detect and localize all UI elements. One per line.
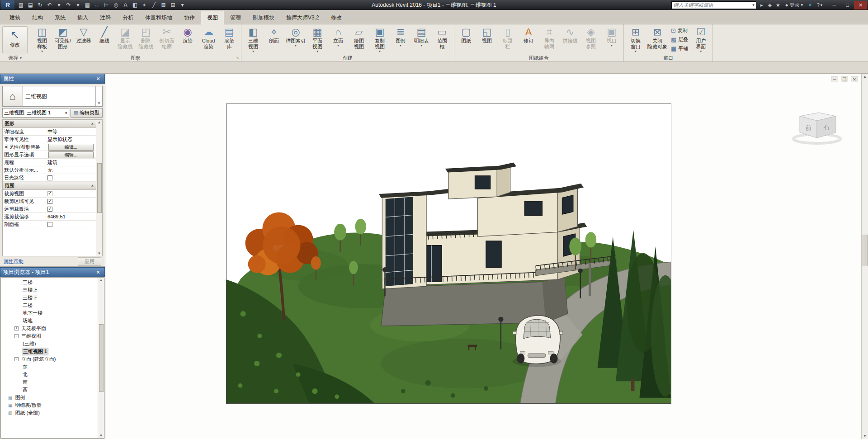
help-button[interactable]: ? ▾	[816, 1, 824, 9]
ribbon-tab[interactable]: 插入	[71, 11, 94, 24]
edit-type-button[interactable]: ▦ 编辑类型	[71, 108, 103, 118]
ribbon-button[interactable]: ▦ 平面 视图	[307, 25, 328, 54]
ribbon-tab[interactable]: 协作	[178, 11, 201, 24]
viewcube[interactable]: 前 右	[789, 109, 848, 147]
ribbon-button[interactable]: ◉ 渲染	[177, 25, 198, 54]
ribbon-button[interactable]: ∿ 拼接线	[560, 25, 580, 54]
ribbon-small-button[interactable]: ▦ 平铺	[669, 44, 690, 53]
ribbon-button[interactable]: ◱ 视图	[476, 25, 497, 54]
property-value[interactable]: 无 无	[46, 167, 96, 174]
exchange-apps-button[interactable]: ✕	[806, 1, 814, 9]
ribbon-button[interactable]: ▯ 标题 栏	[497, 25, 518, 54]
ribbon-button[interactable]: ▽ 过滤器	[73, 25, 94, 54]
ribbon-button[interactable]: ⊞ 切换 窗口	[625, 25, 646, 54]
property-edit-button[interactable]: 编辑...	[48, 151, 94, 158]
ribbon-button[interactable]: ▣ 视口	[601, 25, 622, 54]
ribbon-button[interactable]: ◰ 删除 隐藏线	[136, 25, 156, 54]
sign-in-button[interactable]: ● 登录 ▾	[783, 2, 805, 9]
tree-item[interactable]: 二楼	[1, 302, 98, 309]
qat-button[interactable]: ╱	[149, 1, 159, 9]
property-value[interactable]: 编辑... 编辑...	[46, 143, 96, 151]
ribbon-tab[interactable]: 结构	[26, 11, 49, 24]
ribbon-button[interactable]: ◪ 显示 隐藏线	[115, 25, 136, 54]
ribbon-tab[interactable]: 系统	[49, 11, 71, 24]
properties-header[interactable]: 属性 ✕	[0, 74, 105, 84]
property-value[interactable]: 中等 中等	[46, 128, 96, 135]
tree-item[interactable]: 三楼上	[1, 286, 98, 294]
ribbon-button[interactable]: ▤ 明细表	[411, 25, 432, 54]
ribbon-button[interactable]: ⌖ 剖面	[264, 25, 284, 54]
ribbon-tab[interactable]: 建筑	[4, 11, 26, 24]
search-caret-icon[interactable]: ▾	[752, 3, 756, 7]
ribbon-button[interactable]: ◎ 详图索引	[284, 25, 307, 54]
qat-button[interactable]: ↔	[92, 1, 102, 9]
tree-item[interactable]: - 三维视图	[1, 332, 98, 340]
ribbon-button[interactable]: ▱ 绘图 视图	[349, 25, 369, 54]
qat-button[interactable]: ▨	[16, 1, 26, 9]
tree-item[interactable]: 场地	[1, 317, 98, 325]
qat-button[interactable]: A	[121, 1, 130, 9]
revit-app-button[interactable]: R	[1, 0, 14, 9]
property-value[interactable]	[46, 222, 96, 227]
ribbon-small-button[interactable]: ▩ 层叠	[669, 35, 690, 44]
property-checkbox[interactable]	[47, 207, 52, 212]
qat-button[interactable]: ⬓	[26, 1, 35, 9]
tree-item[interactable]: 南	[1, 378, 98, 386]
ribbon-button[interactable]: ◈ 视图 参照	[580, 25, 601, 54]
instance-selector-combo[interactable]: 三维视图: 三维视图 1 ▾	[2, 108, 69, 118]
ribbon-button[interactable]: ╱ 细线	[94, 25, 115, 54]
property-group-header[interactable]: 范围 ∧	[3, 182, 96, 190]
ribbon-tab[interactable]: 管理	[224, 11, 247, 24]
tree-item[interactable]: - 立面 (建筑立面)	[1, 355, 98, 363]
tree-item[interactable]: ▦ 明细表/数量	[1, 401, 98, 409]
select-panel-caption[interactable]: 选择 ▾	[0, 54, 30, 61]
ribbon-tab[interactable]: 视图	[201, 11, 224, 24]
qat-button[interactable]: ↶	[45, 1, 54, 9]
ribbon-button[interactable]: ⌂ 立面	[328, 25, 349, 54]
scroll-up-icon[interactable]: ▲	[98, 120, 101, 124]
crop-region[interactable]	[226, 104, 671, 404]
properties-close-icon[interactable]: ✕	[94, 76, 102, 82]
dialog-launcher-icon[interactable]: ⇘	[236, 56, 240, 60]
qat-button[interactable]: ⊢	[102, 1, 111, 9]
ribbon-button[interactable]: ✂ 剖切面 轮廓	[156, 25, 177, 54]
qat-button[interactable]: ◎	[111, 1, 121, 9]
ribbon-tab[interactable]: 附加模块	[247, 11, 280, 24]
scroll-thumb[interactable]	[99, 324, 104, 392]
project-browser-scrollbar[interactable]: ▲ ▼	[98, 278, 104, 438]
scroll-up-icon[interactable]: ▲	[863, 75, 867, 79]
tree-item[interactable]: + 天花板平面	[1, 325, 98, 332]
qat-button[interactable]: ▤	[83, 1, 92, 9]
ribbon-button[interactable]: ◫ 视图 样板	[32, 25, 52, 54]
tree-item[interactable]: 地下一楼	[1, 309, 98, 317]
tree-expander-icon[interactable]: -	[14, 357, 19, 361]
ribbon-button[interactable]: ◧ 三维 视图	[243, 25, 264, 54]
infocenter-button[interactable]: ◈	[766, 1, 774, 9]
property-group-header[interactable]: 图形 ∧	[3, 120, 96, 128]
properties-help-link[interactable]: 属性帮助	[4, 258, 24, 265]
qat-button[interactable]: ⊠	[159, 1, 168, 9]
ribbon-button[interactable]: ▣ 复制 视图	[369, 25, 390, 54]
qat-button[interactable]: ▾	[54, 1, 64, 9]
ribbon-tab[interactable]: 体量和场地	[139, 11, 178, 24]
property-value[interactable]: 6469.51 6469.51	[46, 214, 96, 219]
tree-item[interactable]: ▧ 图纸 (全部)	[1, 409, 98, 417]
type-selector-caret-icon[interactable]: ▾	[95, 86, 102, 106]
view-window-button[interactable]: ✕	[851, 76, 858, 82]
apply-button[interactable]: 应用	[78, 257, 101, 266]
project-browser-close-icon[interactable]: ✕	[94, 269, 102, 275]
tree-item[interactable]: 三楼	[1, 279, 98, 286]
ribbon-button[interactable]: ▢ 图纸	[456, 25, 476, 54]
tree-item[interactable]: ▤ 图例	[1, 394, 98, 401]
ribbon-tab[interactable]: 修改	[325, 11, 348, 24]
ribbon-small-button[interactable]: ⊡ 复制	[669, 26, 690, 35]
qat-button[interactable]: ↻	[35, 1, 45, 9]
property-value[interactable]	[46, 199, 96, 204]
project-browser-header[interactable]: 项目浏览器 - 项目1 ✕	[0, 267, 105, 277]
ribbon-button[interactable]: ◩ 可见性/ 图形	[52, 25, 73, 54]
maximize-button[interactable]: □	[841, 1, 854, 9]
qat-button[interactable]: ◧	[130, 1, 140, 9]
tree-item[interactable]: 东	[1, 363, 98, 371]
property-value[interactable]	[46, 175, 96, 180]
property-checkbox[interactable]	[47, 199, 52, 204]
